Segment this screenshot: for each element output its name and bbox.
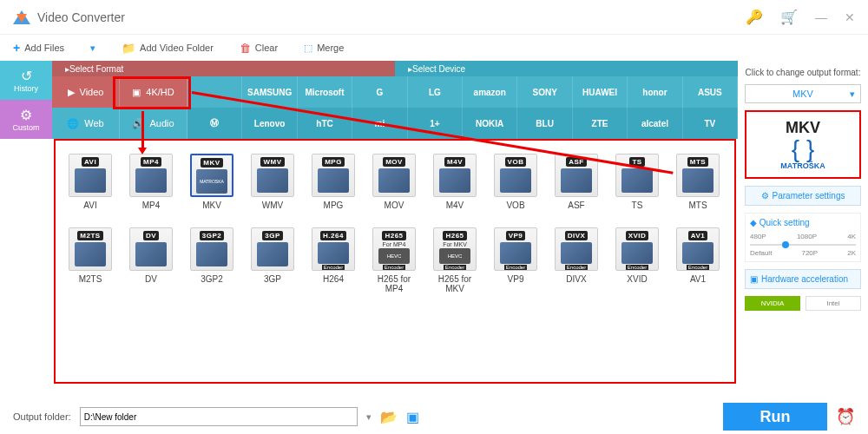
add-video-folder-button[interactable]: 📁Add Video Folder bbox=[122, 42, 214, 55]
hardware-acceleration-button[interactable]: ▣Hardware acceleration bbox=[745, 269, 861, 289]
brand-sony[interactable]: SONY bbox=[517, 76, 572, 108]
right-panel: Click to change output format: MKV▾ MKV … bbox=[738, 61, 868, 399]
format-mpg[interactable]: MPGMPG bbox=[312, 154, 355, 210]
add-files-button[interactable]: +Add Files bbox=[13, 41, 64, 55]
format-vob[interactable]: VOBVOB bbox=[494, 154, 537, 210]
add-files-dropdown[interactable]: ▾ bbox=[90, 43, 95, 54]
format-ts[interactable]: TSTS bbox=[615, 154, 659, 210]
intel-chip[interactable]: Intel bbox=[806, 296, 861, 311]
brand-nokia[interactable]: NOKIA bbox=[463, 108, 517, 139]
format-mkv[interactable]: MKVMATROSKAMKV bbox=[190, 154, 233, 210]
format-h265-for-mkv[interactable]: H265For MKVHEVCEncoderH265 for MKV bbox=[433, 227, 477, 293]
nvidia-chip[interactable]: NVIDIA bbox=[745, 296, 800, 311]
brand-tv[interactable]: TV bbox=[683, 108, 738, 139]
brand-lg[interactable]: LG bbox=[408, 76, 463, 108]
brand-oneplus[interactable]: 1+ bbox=[408, 108, 463, 139]
format-vp9[interactable]: VP9EncoderVP9 bbox=[494, 227, 537, 293]
output-folder-label: Output folder: bbox=[13, 411, 71, 422]
tab-select-format[interactable]: ▸ Select Format bbox=[52, 61, 395, 76]
brand-honor[interactable]: honor bbox=[628, 76, 682, 108]
format-xvid[interactable]: XVIDEncoderXVID bbox=[615, 227, 659, 293]
minimize-button[interactable]: — bbox=[815, 10, 827, 24]
globe-icon: 🌐 bbox=[67, 118, 79, 129]
output-format-dropdown[interactable]: MKV▾ bbox=[745, 84, 861, 103]
format-mts[interactable]: MTSMTS bbox=[676, 154, 720, 210]
output-folder-input[interactable] bbox=[80, 407, 358, 426]
format-mov[interactable]: MOVMOV bbox=[372, 154, 416, 210]
format-avi[interactable]: AVIAVI bbox=[69, 154, 112, 210]
quality-slider[interactable] bbox=[750, 244, 856, 246]
format-av1[interactable]: AV1EncoderAV1 bbox=[676, 227, 720, 293]
gear-icon: ⚙ bbox=[20, 107, 32, 123]
brand-xiaomi[interactable]: mi bbox=[352, 108, 407, 139]
format-h265-for-mp4[interactable]: H265For MP4HEVCEncoderH265 for MP4 bbox=[372, 227, 416, 293]
format-dv[interactable]: DVDV bbox=[129, 227, 173, 293]
brand-asus[interactable]: ASUS bbox=[683, 76, 738, 108]
brand-zte[interactable]: ZTE bbox=[573, 108, 628, 139]
brand-motorola[interactable]: Ⓜ bbox=[187, 108, 242, 139]
brand-google[interactable]: G bbox=[352, 76, 407, 108]
tab-select-device[interactable]: ▸ Select Device bbox=[395, 61, 738, 76]
format-divx[interactable]: DIVXEncoderDIVX bbox=[555, 227, 598, 293]
play-icon: ▶ bbox=[68, 87, 75, 98]
format-grid: AVIAVIMP4MP4MKVMATROSKAMKVWMVWMVMPGMPGMO… bbox=[54, 139, 736, 384]
sliders-icon: ⚙ bbox=[761, 191, 769, 201]
format-h264[interactable]: H.264EncoderH264 bbox=[312, 227, 355, 293]
cat-video[interactable]: ▶Video bbox=[52, 76, 120, 108]
format-m4v[interactable]: M4VM4V bbox=[433, 154, 477, 210]
format-3gp2[interactable]: 3GP23GP2 bbox=[190, 227, 233, 293]
format-asf[interactable]: ASFASF bbox=[555, 154, 598, 210]
output-format-preview[interactable]: MKV { } MATROŠKA bbox=[745, 110, 861, 179]
clear-button[interactable]: 🗑Clear bbox=[240, 42, 278, 55]
brand-apple[interactable] bbox=[187, 76, 242, 108]
mkv-braces-icon: { } bbox=[753, 137, 852, 161]
format-m2ts[interactable]: M2TSM2TS bbox=[69, 227, 112, 293]
cat-audio[interactable]: 🔊Audio bbox=[120, 108, 187, 139]
output-format-title: Click to change output format: bbox=[745, 68, 861, 77]
nav-custom[interactable]: ⚙Custom bbox=[0, 100, 52, 139]
plus-icon: + bbox=[13, 41, 20, 55]
quick-setting-panel: ◆ Quick setting 480P1080P4K Default720P2… bbox=[745, 213, 861, 262]
brand-blu[interactable]: BLU bbox=[517, 108, 572, 139]
brand-microsoft[interactable]: Microsoft bbox=[298, 76, 352, 108]
merge-icon: ⬚ bbox=[304, 43, 312, 54]
motorola-icon: Ⓜ bbox=[210, 117, 219, 129]
app-title: Video Converter bbox=[37, 10, 125, 24]
cat-4k[interactable]: ▣4K/HD bbox=[120, 76, 187, 108]
output-folder-dropdown[interactable]: ▾ bbox=[366, 411, 372, 423]
brand-alcatel[interactable]: alcatel bbox=[628, 108, 682, 139]
merge-button[interactable]: ⬚Merge bbox=[304, 43, 344, 54]
open-folder-icon[interactable]: 📂 bbox=[380, 409, 398, 425]
footer: Output folder: ▾ 📂 ▣ Run ⏰ bbox=[0, 399, 868, 434]
folder-plus-icon: 📁 bbox=[122, 42, 135, 55]
chevron-down-icon: ▾ bbox=[90, 43, 95, 54]
nav-history[interactable]: ↺History bbox=[0, 61, 52, 100]
hd-icon: ▣ bbox=[132, 87, 141, 98]
schedule-icon[interactable]: ⏰ bbox=[836, 407, 855, 426]
brand-huawei[interactable]: HUAWEI bbox=[573, 76, 628, 108]
format-mp4[interactable]: MP4MP4 bbox=[129, 154, 173, 210]
close-button[interactable]: ✕ bbox=[845, 10, 855, 24]
toolbar: +Add Files ▾ 📁Add Video Folder 🗑Clear ⬚M… bbox=[0, 35, 868, 61]
browse-folder-icon[interactable]: ▣ bbox=[406, 409, 419, 425]
run-button[interactable]: Run bbox=[723, 403, 827, 431]
key-icon[interactable]: 🔑 bbox=[746, 9, 763, 25]
parameter-settings-button[interactable]: ⚙Parameter settings bbox=[745, 186, 861, 206]
titlebar: Video Converter 🔑 🛒 — ✕ bbox=[0, 0, 868, 35]
trash-icon: 🗑 bbox=[240, 42, 251, 55]
brand-samsung[interactable]: SAMSUNG bbox=[242, 76, 297, 108]
format-3gp[interactable]: 3GP3GP bbox=[251, 227, 294, 293]
chevron-down-icon: ▾ bbox=[850, 89, 855, 100]
app-logo-icon bbox=[13, 9, 30, 26]
brand-lenovo[interactable]: Lenovo bbox=[242, 108, 297, 139]
left-nav: ↺History ⚙Custom bbox=[0, 61, 52, 399]
speaker-icon: 🔊 bbox=[132, 118, 144, 129]
brand-amazon[interactable]: amazon bbox=[463, 76, 517, 108]
format-wmv[interactable]: WMVWMV bbox=[251, 154, 294, 210]
history-icon: ↺ bbox=[21, 68, 32, 84]
chip-icon: ▣ bbox=[750, 274, 758, 284]
cart-icon[interactable]: 🛒 bbox=[780, 9, 798, 25]
brand-htc[interactable]: hTC bbox=[298, 108, 352, 139]
cat-web[interactable]: 🌐Web bbox=[52, 108, 120, 139]
